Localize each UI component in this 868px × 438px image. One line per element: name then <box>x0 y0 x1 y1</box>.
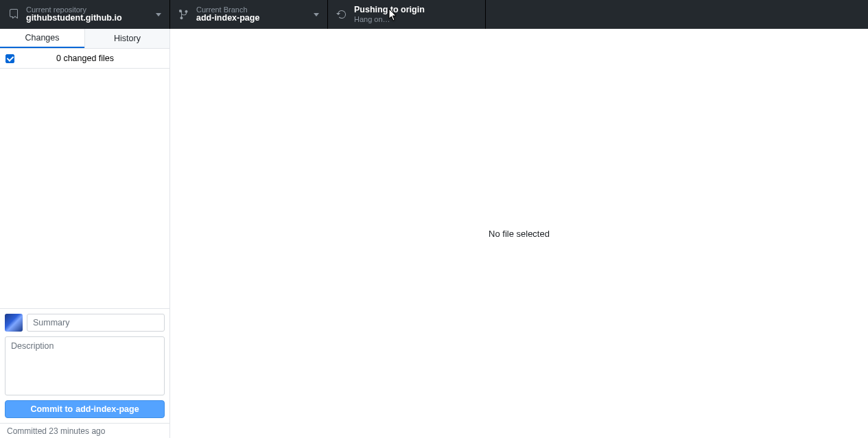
main-panel: No file selected <box>170 29 868 438</box>
repo-icon <box>8 9 19 20</box>
last-commit-text: Committed 23 minutes ago <box>7 426 105 436</box>
file-list <box>0 69 169 308</box>
commit-summary-input[interactable] <box>27 314 165 332</box>
push-status: Hang on… <box>354 15 425 23</box>
commit-description-input[interactable] <box>5 336 165 395</box>
tab-history[interactable]: History <box>84 29 169 48</box>
branch-selector[interactable]: Current Branch add-index-page <box>170 0 328 29</box>
chevron-down-icon <box>156 13 161 16</box>
changed-files-count: 0 changed files <box>6 54 164 63</box>
last-commit-row[interactable]: Committed 23 minutes ago <box>0 423 169 438</box>
commit-button[interactable]: Commit to add-index-page <box>5 400 165 418</box>
commit-button-prefix: Commit to <box>30 404 73 414</box>
sidebar-tabs: Changes History <box>0 29 169 49</box>
branch-label: Current Branch <box>196 5 259 14</box>
commit-button-branch: add-index-page <box>75 404 139 414</box>
git-branch-icon <box>178 9 189 20</box>
changes-header: 0 changed files <box>0 49 169 69</box>
push-button[interactable]: Pushing to origin Hang on… <box>328 0 486 29</box>
empty-state-text: No file selected <box>489 229 550 239</box>
select-all-checkbox[interactable] <box>5 54 14 63</box>
repo-label: Current repository <box>26 5 122 14</box>
chevron-down-icon <box>314 13 319 16</box>
branch-name: add-index-page <box>196 14 259 23</box>
avatar <box>5 314 23 332</box>
commit-form: Commit to add-index-page <box>0 308 169 423</box>
top-toolbar: Current repository githubstudent.github.… <box>0 0 868 29</box>
sync-icon <box>336 9 347 20</box>
push-title: Pushing to origin <box>354 5 425 15</box>
sidebar: Changes History 0 changed files Commit t… <box>0 29 170 438</box>
tab-changes[interactable]: Changes <box>0 29 84 48</box>
repo-selector[interactable]: Current repository githubstudent.github.… <box>0 0 170 29</box>
repo-name: githubstudent.github.io <box>26 14 122 23</box>
